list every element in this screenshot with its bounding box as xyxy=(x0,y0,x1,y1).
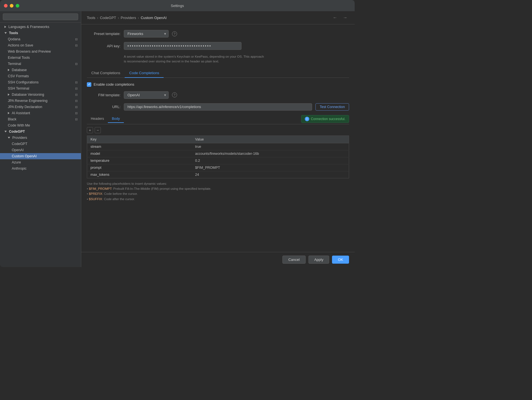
sidebar-item-label: Database Versioning xyxy=(12,93,44,97)
fim-dropdown[interactable]: OpenAI ▾ xyxy=(124,91,169,99)
sidebar-item-label: AI Assistant xyxy=(12,111,30,115)
panel-header: Tools › CodeGPT › Providers › Custom Ope… xyxy=(81,11,355,24)
settings-icon: ⊟ xyxy=(75,62,78,66)
minimize-button[interactable] xyxy=(10,4,13,8)
body-params-table: Key Value stream true model accounts/fir… xyxy=(87,135,349,178)
enable-code-completions-checkbox[interactable] xyxy=(87,82,91,87)
settings-icon: ⊟ xyxy=(75,118,78,121)
ok-button[interactable]: OK xyxy=(332,256,349,264)
info-icon: i xyxy=(305,117,309,121)
panel-footer: Cancel Apply OK xyxy=(81,252,355,267)
sidebar-item-label: Custom OpenAI xyxy=(12,154,37,158)
preset-help-icon[interactable]: ? xyxy=(172,31,177,36)
sub-tab-body-label: Body xyxy=(112,117,120,121)
url-label: URL: xyxy=(87,105,120,109)
window-controls[interactable] xyxy=(4,4,19,8)
fim-help-icon[interactable]: ? xyxy=(172,92,177,97)
apply-button[interactable]: Apply xyxy=(308,256,329,264)
fim-value: OpenAI xyxy=(127,93,140,97)
connection-status-text: Connection successful. xyxy=(311,117,345,121)
maximize-button[interactable] xyxy=(16,4,19,8)
title-bar: Settings xyxy=(0,0,355,11)
api-key-input[interactable] xyxy=(124,42,241,50)
preset-value: Fireworks xyxy=(127,32,143,36)
tab-code-label: Code Completions xyxy=(129,71,159,75)
enable-code-completions-row: Enable code completions xyxy=(87,82,349,87)
table-row[interactable]: stream true xyxy=(87,143,349,150)
expand-icon xyxy=(4,32,7,34)
sidebar-item-ssh-terminal[interactable]: SSH Terminal ⊟ xyxy=(0,85,81,92)
sidebar-item-label: Database xyxy=(12,68,27,72)
tab-chat-label: Chat Completions xyxy=(91,71,120,75)
sidebar-item-label: JPA Reverse Engineering xyxy=(8,99,48,103)
sidebar-item-anthropic[interactable]: Anthropic xyxy=(0,165,81,172)
sidebar-item-providers[interactable]: Providers xyxy=(0,135,81,141)
sidebar-item-languages-frameworks[interactable]: Languages & Frameworks xyxy=(0,24,81,30)
settings-icon: ⊟ xyxy=(75,44,78,47)
table-row[interactable]: prompt $FIM_PROMPT xyxy=(87,164,349,171)
panel-body: Preset template: Fireworks ▾ ? API key: … xyxy=(81,24,355,252)
sidebar-item-ssh-configurations[interactable]: SSH Configurations ⊟ xyxy=(0,79,81,85)
test-connection-button[interactable]: Test Connection xyxy=(315,103,349,111)
sidebar-item-web-browsers[interactable]: Web Browsers and Preview xyxy=(0,48,81,55)
table-header-key: Key xyxy=(87,135,192,143)
sidebar-item-codegpt-sub[interactable]: CodeGPT xyxy=(0,141,81,147)
table-row[interactable]: temperature 0.2 xyxy=(87,157,349,164)
sidebar-item-qodana[interactable]: Qodana ⊟ xyxy=(0,36,81,42)
settings-icon: ⊟ xyxy=(75,111,78,115)
nav-buttons: ← → xyxy=(331,15,349,21)
table-cell-key: stream xyxy=(87,143,192,150)
sidebar-item-tools[interactable]: Tools xyxy=(0,30,81,36)
breadcrumb-codegpt[interactable]: CodeGPT xyxy=(100,16,116,20)
placeholder-hint-intro: Use the following placeholders to insert… xyxy=(87,181,349,186)
add-row-button[interactable]: + xyxy=(87,127,93,133)
collapse-icon xyxy=(4,26,6,28)
sidebar-item-actions-on-save[interactable]: Actions on Save ⊟ xyxy=(0,42,81,48)
table-header-value: Value xyxy=(192,135,349,143)
sidebar-item-terminal[interactable]: Terminal ⊟ xyxy=(0,61,81,67)
breadcrumb-providers[interactable]: Providers xyxy=(121,16,136,20)
nav-forward-button[interactable]: → xyxy=(341,15,349,21)
enable-code-completions-label: Enable code completions xyxy=(94,82,134,86)
tab-chat-completions[interactable]: Chat Completions xyxy=(87,69,125,78)
connection-status-badge: i Connection successful. xyxy=(301,115,349,123)
sidebar-item-openai[interactable]: OpenAI xyxy=(0,147,81,153)
sub-tab-body[interactable]: Body xyxy=(108,115,124,123)
sidebar-item-code-with-me[interactable]: Code With Me xyxy=(0,122,81,128)
sidebar-item-csv-formats[interactable]: CSV Formats xyxy=(0,73,81,79)
collapse-icon xyxy=(8,93,10,96)
sidebar-item-ai-assistant[interactable]: AI Assistant ⊟ xyxy=(0,110,81,116)
sidebar-item-custom-openai[interactable]: Custom OpenAI xyxy=(0,153,81,159)
table-row[interactable]: max_tokens 24 xyxy=(87,171,349,178)
sidebar-item-azure[interactable]: Azure xyxy=(0,159,81,165)
tab-code-completions[interactable]: Code Completions xyxy=(125,69,164,78)
sidebar-item-jpa-entity[interactable]: JPA Entity Declaration ⊟ xyxy=(0,104,81,110)
table-cell-key: max_tokens xyxy=(87,171,192,178)
placeholder-suffix-name: $SUFFIX xyxy=(89,197,102,201)
sub-tabs-bar: Headers Body xyxy=(87,115,124,123)
search-input[interactable] xyxy=(3,13,78,20)
sidebar-item-label: Terminal xyxy=(8,62,21,66)
sidebar-item-label: Code With Me xyxy=(8,123,30,127)
sub-tab-headers[interactable]: Headers xyxy=(87,115,108,123)
sidebar-item-database-versioning[interactable]: Database Versioning ⊟ xyxy=(0,92,81,98)
remove-row-button[interactable]: − xyxy=(95,127,101,133)
table-cell-value: accounts/fireworks/models/starcoder-16b xyxy=(192,150,349,157)
cancel-button[interactable]: Cancel xyxy=(282,256,305,264)
nav-back-button[interactable]: ← xyxy=(331,15,339,21)
breadcrumb-tools[interactable]: Tools xyxy=(87,16,95,20)
preset-dropdown[interactable]: Fireworks ▾ xyxy=(124,30,169,38)
fim-row: FIM template: OpenAI ▾ ? xyxy=(87,91,349,99)
close-button[interactable] xyxy=(4,4,8,8)
sidebar-item-codegpt[interactable]: CodeGPT xyxy=(0,128,81,135)
sidebar-item-jpa-reverse[interactable]: JPA Reverse Engineering ⊟ xyxy=(0,98,81,104)
sidebar-item-database[interactable]: Database xyxy=(0,67,81,73)
table-row[interactable]: model accounts/fireworks/models/starcode… xyxy=(87,150,349,157)
url-input[interactable] xyxy=(124,103,312,111)
collapse-icon xyxy=(8,69,10,71)
table-cell-value: $FIM_PROMPT xyxy=(192,164,349,171)
sidebar-item-black[interactable]: Black ⊟ xyxy=(0,116,81,122)
placeholder-fim-prompt: • $FIM_PROMPT: Prebuilt Fill-In-The-Midd… xyxy=(87,186,349,191)
sidebar-item-label: Web Browsers and Preview xyxy=(8,50,51,53)
sidebar-item-external-tools[interactable]: External Tools xyxy=(0,55,81,61)
